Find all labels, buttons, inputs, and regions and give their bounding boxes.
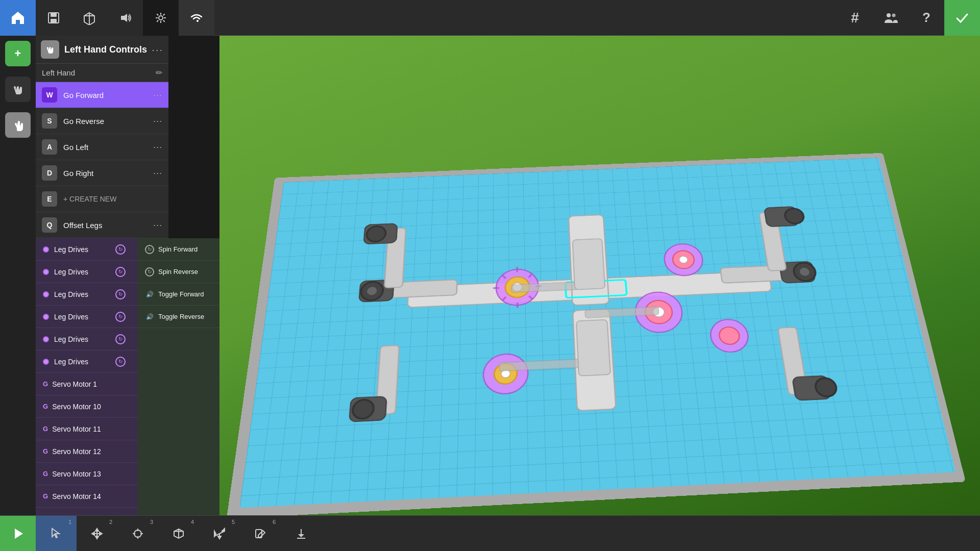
action-label-spin-forward: Spin Forward xyxy=(158,245,212,253)
tool-edit[interactable]: 6 xyxy=(240,516,281,552)
help-button[interactable]: ? xyxy=(909,0,944,36)
blue-grid-area xyxy=(239,158,955,508)
servo-g-14: G xyxy=(43,492,48,500)
device-servo-14[interactable]: G Servo Motor 14 xyxy=(36,485,138,508)
action-label-spin-reverse: Spin Reverse xyxy=(158,268,212,276)
servo-g-13: G xyxy=(43,470,48,478)
panel-more-button[interactable]: ··· xyxy=(152,44,163,56)
device-leg-drives-5[interactable]: Leg Drives ↻ xyxy=(36,328,138,350)
servo-g-1: G xyxy=(43,380,48,388)
action-label-toggle-forward: Toggle Forward xyxy=(158,290,212,298)
svg-point-5 xyxy=(887,13,891,17)
volume-button[interactable] xyxy=(107,0,143,36)
device-leg-drives-3[interactable]: Leg Drives ↻ xyxy=(36,283,138,306)
hash-icon: # xyxy=(851,10,859,26)
action-toggle-forward[interactable]: 🔊 Toggle Forward xyxy=(138,283,219,306)
add-button[interactable]: + xyxy=(5,41,31,66)
play-button[interactable] xyxy=(0,516,36,552)
device-refresh-2[interactable]: ↻ xyxy=(115,267,126,277)
home-button[interactable] xyxy=(0,0,36,36)
control-item-go-right[interactable]: D Go Right ··· xyxy=(36,160,168,186)
actions-panel: ↻ Spin Forward ↻ Spin Reverse 🔊 Toggle F… xyxy=(138,238,219,515)
rotate-icon xyxy=(132,528,144,540)
control-item-go-reverse[interactable]: S Go Reverse ··· xyxy=(36,108,168,134)
panel-header: Left Hand Controls ··· xyxy=(36,36,168,64)
device-dot-1 xyxy=(43,246,49,253)
svg-point-6 xyxy=(892,13,896,17)
tool-num-2: 2 xyxy=(109,519,112,525)
key-d: D xyxy=(42,165,57,181)
hash-button[interactable]: # xyxy=(837,0,873,36)
device-servo-1[interactable]: G Servo Motor 1 xyxy=(36,373,138,395)
save-button[interactable] xyxy=(36,0,71,36)
create-new-item[interactable]: E + CREATE NEW xyxy=(36,186,168,212)
device-label-1: Leg Drives xyxy=(54,245,115,254)
device-dot-3 xyxy=(43,291,49,297)
device-servo-13[interactable]: G Servo Motor 13 xyxy=(36,463,138,485)
tool-translate[interactable]: 2 xyxy=(77,516,117,552)
control-item-offset-legs[interactable]: Q Offset Legs ··· xyxy=(36,212,168,238)
key-q: Q xyxy=(42,217,57,233)
tool-num-1: 1 xyxy=(68,519,71,525)
spin-forward-icon: ↻ xyxy=(145,245,154,254)
svg-marker-58 xyxy=(15,529,23,539)
tool-num-5: 5 xyxy=(232,519,235,525)
svg-marker-64 xyxy=(92,532,94,535)
wifi-button[interactable] xyxy=(179,0,214,36)
action-toggle-reverse[interactable]: 🔊 Toggle Reverse xyxy=(138,306,219,328)
check-button[interactable] xyxy=(944,0,980,36)
tool-rotate[interactable]: 3 xyxy=(117,516,158,552)
tool-world[interactable]: 5 xyxy=(199,516,240,552)
panel-edit-button[interactable]: ✏ xyxy=(156,68,162,78)
device-refresh-5[interactable]: ↻ xyxy=(115,334,126,344)
device-leg-drives-2[interactable]: Leg Drives ↻ xyxy=(36,261,138,283)
servo-g-10: G xyxy=(43,403,48,410)
more-go-reverse[interactable]: ··· xyxy=(153,116,162,127)
panel-sub-title: Left Hand xyxy=(42,68,75,77)
svg-point-66 xyxy=(134,530,141,537)
robot-svg xyxy=(239,158,955,508)
action-label-toggle-reverse: Toggle Reverse xyxy=(158,313,212,320)
viewport[interactable] xyxy=(219,36,980,515)
device-refresh-4[interactable]: ↻ xyxy=(115,312,126,322)
devices-panel: Leg Drives ↻ Leg Drives ↻ Leg Drives ↻ L… xyxy=(36,238,138,515)
device-servo-12[interactable]: G Servo Motor 12 xyxy=(36,440,138,463)
people-button[interactable] xyxy=(873,0,909,36)
device-servo-10[interactable]: G Servo Motor 10 xyxy=(36,395,138,418)
hand-button[interactable] xyxy=(5,77,31,102)
package-button[interactable] xyxy=(71,0,107,36)
servo-label-14: Servo Motor 14 xyxy=(52,492,131,500)
touch-button[interactable] xyxy=(5,112,31,138)
tool-download[interactable] xyxy=(281,516,322,552)
more-offset-legs[interactable]: ··· xyxy=(153,220,162,231)
device-servo-11[interactable]: G Servo Motor 11 xyxy=(36,418,138,440)
device-leg-drives-1[interactable]: Leg Drives ↻ xyxy=(36,238,138,261)
device-refresh-3[interactable]: ↻ xyxy=(115,289,126,299)
device-leg-drives-4[interactable]: Leg Drives ↻ xyxy=(36,306,138,328)
tool-select[interactable]: 1 xyxy=(36,516,77,552)
label-go-left: Go Left xyxy=(63,143,153,152)
tool-object[interactable]: 4 xyxy=(158,516,199,552)
action-spin-reverse[interactable]: ↻ Spin Reverse xyxy=(138,261,219,283)
svg-marker-77 xyxy=(218,536,221,539)
servo-label-12: Servo Motor 12 xyxy=(52,447,131,456)
device-refresh-6[interactable]: ↻ xyxy=(115,357,126,367)
device-leg-drives-6[interactable]: Leg Drives ↻ xyxy=(36,350,138,373)
main-area: + Left Hand Controls ··· xyxy=(0,36,980,515)
settings-button[interactable] xyxy=(143,0,179,36)
control-item-go-left[interactable]: A Go Left ··· xyxy=(36,134,168,160)
panel-title: Left Hand Controls xyxy=(64,44,152,55)
more-go-forward[interactable]: ··· xyxy=(153,90,162,101)
spin-reverse-icon: ↻ xyxy=(145,267,154,277)
device-servo-2[interactable]: G Servo Motor 2 xyxy=(36,508,138,515)
world-icon xyxy=(213,528,226,540)
more-go-right[interactable]: ··· xyxy=(153,168,162,179)
action-spin-forward[interactable]: ↻ Spin Forward xyxy=(138,238,219,261)
control-item-go-forward[interactable]: W Go Forward ··· xyxy=(36,82,168,108)
device-label-3: Leg Drives xyxy=(54,290,115,298)
servo-label-1: Servo Motor 1 xyxy=(52,380,131,388)
more-go-left[interactable]: ··· xyxy=(153,142,162,153)
panel-sub-header: Left Hand ✏ xyxy=(36,64,168,82)
svg-point-4 xyxy=(159,16,163,20)
device-refresh-1[interactable]: ↻ xyxy=(115,244,126,255)
